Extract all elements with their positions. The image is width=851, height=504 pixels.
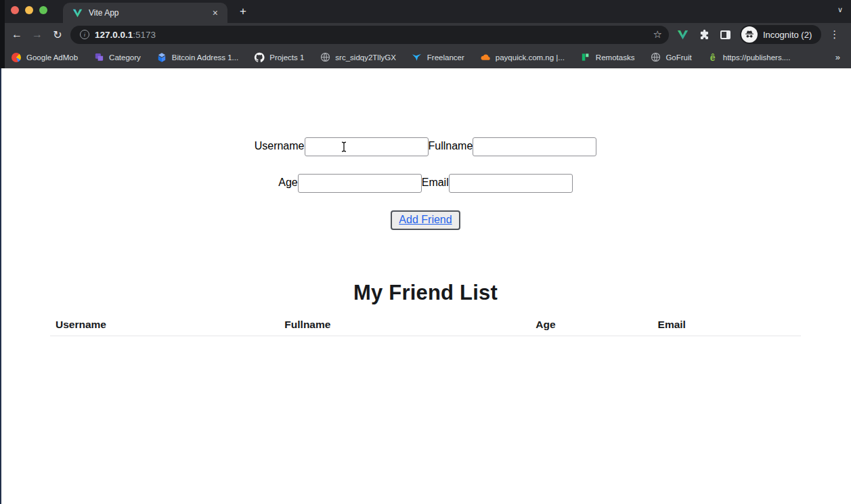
form-row-1: UsernameFullname [0,137,851,158]
username-input[interactable] [305,137,429,156]
bookmark-label: Bitcoin Address 1... [172,53,238,62]
bookmark-bitcoin-address[interactable]: Bitcoin Address 1... [156,52,238,63]
vite-favicon-icon [72,8,83,18]
column-header-username: Username [56,319,106,331]
incognito-label: Incognito (2) [763,30,812,40]
email-label: Email [422,177,573,188]
age-input[interactable] [298,174,422,193]
incognito-avatar-icon [741,26,758,43]
fullname-label: Fullname [429,140,597,152]
browser-menu-icon[interactable]: ⋮ [829,28,839,41]
button-row: Add Friend [0,210,851,231]
column-header-email: Email [658,319,686,331]
ezoic-icon: ê [707,52,718,63]
forward-button[interactable]: → [28,26,46,43]
bookmarks-bar: Google AdMob Category Bitcoin Address 1.… [0,46,851,68]
email-label-text: Email [422,177,449,188]
github-icon [254,52,265,63]
column-header-fullname: Fullname [284,319,330,331]
page-content: UsernameFullname AgeEmail Add Friend My … [0,68,851,504]
window-left-edge [0,0,5,68]
address-bar[interactable]: i 127.0.0.1:5173 ☆ [70,26,669,44]
url-host: 127.0.0.1 [95,30,133,40]
bookmark-label: payquick.com.ng |... [496,53,565,62]
back-button[interactable]: ← [8,26,26,43]
bookmark-publishers[interactable]: ê https://publishers.... [707,52,791,63]
fullname-input[interactable] [473,137,596,156]
email-input[interactable] [449,174,573,193]
new-tab-button[interactable]: + [236,4,250,19]
extension-icons [677,29,730,41]
url-port: :5173 [133,30,156,40]
age-label-text: Age [278,177,297,188]
friend-table-header: Username Fullname Age Email [50,316,801,336]
bookmark-category[interactable]: Category [93,52,141,63]
url-text[interactable]: 127.0.0.1:5173 [95,30,156,40]
bookmark-label: src_sidqy2TllyGX [335,53,395,62]
text-cursor-icon [341,141,347,155]
globe-icon [650,52,661,63]
reload-button[interactable]: ↻ [49,26,66,43]
admob-icon [11,52,22,63]
bookmark-gofruit[interactable]: GoFruit [650,52,691,63]
bookmark-src-sidqy[interactable]: src_sidqy2TllyGX [320,52,395,63]
extensions-puzzle-icon[interactable] [699,29,710,41]
bookmark-google-admob[interactable]: Google AdMob [11,52,78,63]
friend-form: UsernameFullname AgeEmail Add Friend [0,68,851,231]
bookmark-remotasks[interactable]: Remotasks [580,52,635,63]
add-friend-button[interactable]: Add Friend [391,210,460,230]
bookmark-label: Projects 1 [269,53,304,62]
tab-search-chevron-icon[interactable]: ∨ [837,5,843,14]
zoom-window-button[interactable] [39,6,47,14]
site-info-icon[interactable]: i [80,30,89,39]
window-controls [11,6,47,14]
tab-strip: Vite App × + ∨ [0,0,851,23]
form-row-2: AgeEmail [0,174,851,194]
profile-badge[interactable]: Incognito (2) [740,25,821,44]
username-label-text: Username [255,140,305,152]
minimize-window-button[interactable] [25,6,33,14]
category-icon [93,52,104,63]
age-label: Age [278,177,421,188]
column-header-age: Age [536,319,555,331]
bookmark-label: Category [109,53,141,62]
page-title: My Friend List [0,281,851,305]
bookmark-label: Google AdMob [26,53,78,62]
bookmark-label: https://publishers.... [723,53,791,62]
vite-extension-icon[interactable] [677,29,689,41]
bookmark-label: GoFruit [665,53,691,62]
globe-icon [320,52,330,63]
fullname-label-text: Fullname [429,140,473,152]
bars-icon [580,52,591,63]
bookmarks-overflow-chevron[interactable]: » [835,52,840,62]
bookmark-payquick[interactable]: payquick.com.ng |... [480,52,565,63]
bookmark-label: Remotasks [596,53,635,62]
bookmark-label: Freelancer [427,53,464,62]
close-window-button[interactable] [11,6,19,14]
bookmark-star-icon[interactable]: ☆ [653,28,662,41]
side-panel-icon[interactable] [720,30,730,39]
tab-title: Vite App [89,8,210,18]
tab-close-icon[interactable]: × [210,7,221,18]
bird-icon [412,52,422,63]
cloud-icon [480,52,491,63]
bookmark-projects-1[interactable]: Projects 1 [254,52,304,63]
bookmark-freelancer[interactable]: Freelancer [412,52,464,63]
cube-icon [156,52,167,63]
browser-tab-vite-app[interactable]: Vite App × [63,3,227,23]
browser-toolbar: ← → ↻ i 127.0.0.1:5173 ☆ [0,23,851,46]
window-left-border [0,68,1,504]
add-friend-link[interactable]: Add Friend [399,214,452,225]
